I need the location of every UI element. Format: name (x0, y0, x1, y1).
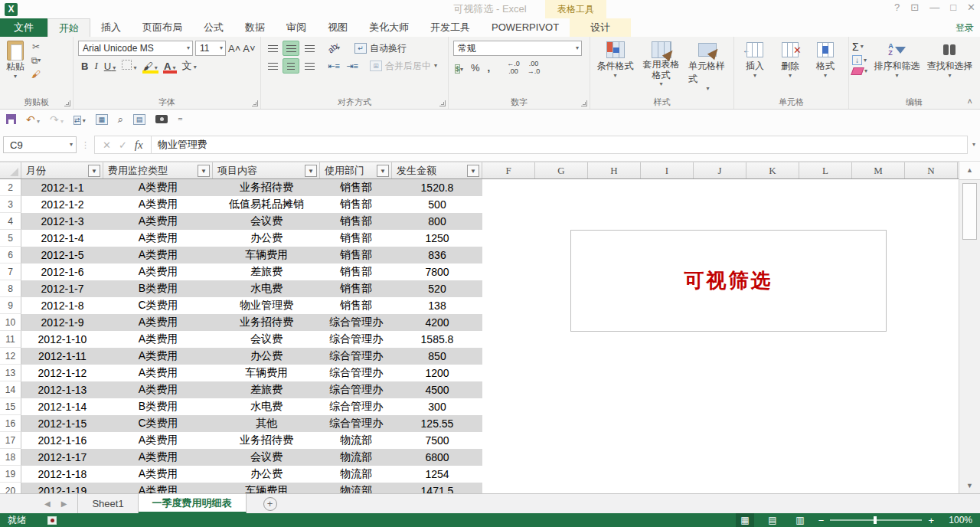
cell[interactable]: 销售部 (320, 297, 392, 314)
copy-icon[interactable]: ⧉▾ (29, 54, 43, 67)
sign-in-link[interactable]: 登录 (956, 18, 974, 37)
increase-indent-button[interactable]: ⇥≡ (344, 58, 361, 74)
decrease-indent-button[interactable]: ⇤≡ (325, 58, 342, 74)
zoom-level[interactable]: 100% (943, 515, 972, 525)
bold-button[interactable]: B (81, 61, 88, 72)
conditional-formatting-button[interactable]: 条件格式▾ (593, 39, 637, 80)
vertical-scrollbar[interactable]: ▲ ▼ (959, 162, 980, 493)
cell[interactable]: 850 (392, 348, 482, 365)
row-number[interactable]: 10 (0, 314, 21, 331)
cell[interactable]: 1250 (392, 230, 482, 247)
zoom-slider[interactable]: − + (818, 515, 934, 526)
font-name-select[interactable]: Arial Unicode MS ▾ (78, 41, 193, 56)
column-letter-N[interactable]: N (905, 162, 958, 178)
row-number[interactable]: 7 (0, 264, 21, 280)
format-cells-button[interactable]: 格式▾ (808, 39, 843, 80)
cell[interactable]: 2012-1-2 (21, 196, 103, 213)
accounting-format-button[interactable]: $▾ (455, 62, 463, 74)
column-letter-K[interactable]: K (746, 162, 799, 178)
cell[interactable]: 销售部 (320, 280, 392, 297)
align-middle-button[interactable] (283, 41, 299, 56)
tab-review[interactable]: 审阅 (276, 18, 317, 37)
cell[interactable]: 车辆费用 (213, 247, 320, 264)
row-number[interactable]: 6 (0, 247, 21, 264)
scroll-up-icon[interactable]: ▲ (959, 162, 980, 180)
tab-design[interactable]: 设计 (570, 18, 631, 37)
cell[interactable]: 2012-1-6 (21, 264, 103, 280)
cell[interactable]: 物流部 (320, 466, 392, 483)
cell[interactable]: A类费用 (103, 365, 213, 381)
font-size-select[interactable]: 11 ▾ (195, 41, 226, 56)
redo-icon[interactable]: ↷ ▾ (50, 113, 64, 126)
row-number[interactable]: 15 (0, 398, 21, 415)
cell[interactable]: B类费用 (103, 398, 213, 415)
fill-color-button[interactable]: 🖌 ▾ (143, 61, 158, 72)
cell[interactable]: A类费用 (103, 264, 213, 280)
row-number[interactable]: 13 (0, 365, 21, 381)
cell[interactable]: 综合管理办 (320, 365, 392, 381)
cell[interactable]: 2012-1-5 (21, 247, 103, 264)
cell[interactable]: 销售部 (320, 264, 392, 280)
cell[interactable]: 综合管理办 (320, 381, 392, 398)
alignment-dialog-launcher-icon[interactable] (439, 100, 446, 106)
row-number[interactable]: 2 (0, 179, 21, 196)
tab-view[interactable]: 视图 (317, 18, 358, 37)
insert-cells-button[interactable]: ← 插入▾ (737, 39, 773, 80)
collapse-ribbon-icon[interactable]: ˄ (968, 97, 972, 106)
phonetic-button[interactable]: 文 ▾ (182, 59, 197, 73)
vertical-scrollbar-thumb[interactable] (962, 183, 977, 240)
row-number[interactable]: 3 (0, 196, 21, 213)
tab-data[interactable]: 数据 (234, 18, 276, 37)
column-letter-M[interactable]: M (852, 162, 905, 178)
tab-developer[interactable]: 开发工具 (420, 18, 481, 37)
paste-caret-icon[interactable]: ▾ (14, 74, 17, 80)
clear-button[interactable]: ▾ (852, 67, 867, 75)
row-number[interactable]: 19 (0, 466, 21, 483)
overlay-textbox[interactable]: 可视筛选 (570, 230, 887, 332)
tab-insert[interactable]: 插入 (90, 18, 132, 37)
row-number[interactable]: 9 (0, 297, 21, 314)
cell[interactable]: 2012-1-18 (21, 466, 103, 483)
cell[interactable]: 2012-1-11 (21, 348, 103, 365)
sort-filter-button[interactable]: AZ 排序和筛选▾ (871, 39, 923, 80)
percent-button[interactable]: % (471, 62, 480, 74)
row-number[interactable]: 18 (0, 449, 21, 466)
page-break-view-icon[interactable]: ▥ (791, 513, 809, 527)
print-preview-icon[interactable]: ⌕ (118, 113, 123, 126)
cell[interactable]: 综合管理办 (320, 348, 392, 365)
decrease-decimal-button[interactable]: .00→.0 (528, 61, 541, 76)
row-number[interactable]: 16 (0, 415, 21, 432)
align-center-button[interactable] (283, 58, 299, 74)
cut-icon[interactable]: ✂ (29, 41, 43, 53)
minimize-icon[interactable]: — (929, 2, 939, 13)
cell[interactable]: 水电费 (213, 280, 320, 297)
cell[interactable]: A类费用 (103, 331, 213, 348)
row-number[interactable]: 12 (0, 348, 21, 365)
align-left-button[interactable] (264, 58, 281, 74)
insert-function-icon[interactable]: fx (135, 139, 143, 152)
number-format-select[interactable]: 常规 ▾ (453, 41, 582, 56)
font-dialog-launcher-icon[interactable] (252, 100, 258, 106)
align-bottom-button[interactable] (301, 41, 318, 56)
cell[interactable]: 2012-1-19 (21, 483, 103, 493)
form-icon[interactable]: ▤ (133, 114, 145, 125)
cell[interactable]: 办公费 (213, 348, 320, 365)
find-select-button[interactable]: 查找和选择▾ (923, 39, 976, 80)
column-letter-F[interactable]: F (482, 162, 535, 178)
cell[interactable]: 2012-1-10 (21, 331, 103, 348)
clipboard-dialog-launcher-icon[interactable] (64, 100, 70, 106)
cell[interactable]: 综合管理办 (320, 314, 392, 331)
cell[interactable]: 138 (392, 297, 482, 314)
cell[interactable]: 2012-1-3 (21, 213, 103, 230)
table-borders-icon[interactable]: ▦ (96, 114, 108, 125)
cell[interactable]: 销售部 (320, 247, 392, 264)
cell[interactable]: A类费用 (103, 196, 213, 213)
normal-view-icon[interactable]: ▦ (736, 513, 754, 527)
formula-input[interactable]: 物业管理费 (152, 136, 968, 154)
cell[interactable]: 会议费 (213, 331, 320, 348)
cell[interactable]: B类费用 (103, 280, 213, 297)
tab-powerpivot[interactable]: POWERPIVOT (481, 18, 570, 37)
tab-page-layout[interactable]: 页面布局 (132, 18, 193, 37)
cell[interactable]: 销售部 (320, 230, 392, 247)
column-letter-H[interactable]: H (588, 162, 641, 178)
